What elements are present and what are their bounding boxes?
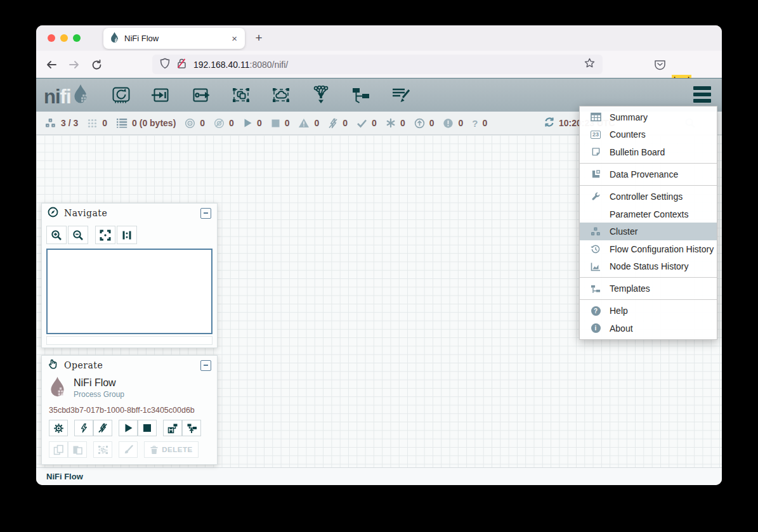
brush-icon bbox=[123, 444, 134, 455]
insecure-lock-icon[interactable] bbox=[176, 58, 187, 72]
check-icon bbox=[356, 119, 367, 128]
not-transmitting-stat: 0 bbox=[214, 118, 234, 129]
breadcrumb: NiFi Flow bbox=[36, 467, 722, 485]
global-menu: Summary 23 Counters Bulletin Board Data … bbox=[579, 106, 717, 340]
logo-text-fi: fi bbox=[60, 88, 71, 107]
compass-icon bbox=[48, 207, 58, 220]
provenance-icon bbox=[589, 169, 603, 179]
url-bar[interactable]: 192.168.40.11:8080/nifi/ bbox=[152, 55, 603, 74]
forward-button[interactable] bbox=[67, 58, 81, 72]
menu-item-flow-configuration-history[interactable]: Flow Configuration History bbox=[580, 240, 717, 258]
refresh-icon[interactable] bbox=[544, 117, 555, 130]
cluster-icon bbox=[44, 118, 56, 129]
up-to-date-stat: 0 bbox=[356, 118, 377, 128]
upload-template-icon bbox=[186, 423, 197, 434]
remote-process-group-component-icon[interactable] bbox=[271, 86, 291, 105]
birdseye-brush[interactable] bbox=[46, 336, 212, 345]
operate-buttons-row2: DELETE bbox=[49, 441, 210, 458]
asterisk-icon bbox=[386, 118, 396, 128]
bookmark-star-icon[interactable] bbox=[584, 58, 595, 71]
menu-divider bbox=[580, 299, 717, 300]
close-window-button[interactable] bbox=[48, 34, 55, 42]
tab-favicon-nifi-drop-icon bbox=[110, 32, 119, 46]
template-component-icon[interactable] bbox=[351, 86, 370, 105]
output-port-component-icon[interactable] bbox=[192, 86, 211, 105]
input-port-component-icon[interactable] bbox=[152, 86, 171, 105]
logo-drop-icon bbox=[72, 84, 89, 107]
copy-button[interactable] bbox=[49, 441, 68, 458]
queued-stat: 0 (0 bytes) bbox=[116, 118, 176, 128]
funnel-component-icon[interactable] bbox=[311, 86, 330, 105]
tab-bar: NiFi Flow × + bbox=[36, 25, 722, 51]
back-button[interactable] bbox=[44, 58, 58, 72]
invalid-icon bbox=[298, 118, 310, 128]
sync-failure-stat: ? 0 bbox=[472, 118, 487, 129]
upload-template-button[interactable] bbox=[182, 420, 201, 436]
zoom-window-button[interactable] bbox=[73, 34, 81, 42]
delete-button[interactable]: DELETE bbox=[144, 441, 199, 458]
global-menu-button[interactable] bbox=[693, 86, 711, 103]
locally-modified-stale-stat: 0 bbox=[443, 118, 463, 129]
connected-nodes-stat: 3 / 3 bbox=[44, 118, 78, 129]
paste-button[interactable] bbox=[68, 441, 87, 458]
menu-item-cluster[interactable]: Cluster bbox=[580, 223, 717, 240]
birdseye-minimap[interactable] bbox=[46, 249, 212, 334]
template-icon bbox=[589, 284, 603, 294]
tab-close-icon[interactable]: × bbox=[230, 33, 239, 44]
menu-item-summary[interactable]: Summary bbox=[580, 108, 717, 126]
menu-item-help[interactable]: ? Help bbox=[580, 302, 717, 320]
new-tab-button[interactable]: + bbox=[251, 30, 267, 46]
menu-item-counters[interactable]: 23 Counters bbox=[580, 126, 717, 144]
operate-header: Operate bbox=[42, 356, 217, 375]
menu-item-parameter-contexts[interactable]: Parameter Contexts bbox=[580, 205, 717, 223]
zoom-actual-size-button[interactable] bbox=[117, 226, 137, 244]
breadcrumb-root-link[interactable]: NiFi Flow bbox=[46, 472, 83, 481]
operate-buttons-row1 bbox=[49, 420, 210, 436]
area-chart-icon bbox=[589, 262, 603, 271]
navigate-header: Navigate bbox=[42, 204, 217, 223]
menu-item-about[interactable]: i About bbox=[580, 320, 717, 337]
minimize-window-button[interactable] bbox=[60, 34, 68, 42]
process-group-component-icon[interactable] bbox=[232, 86, 251, 105]
start-button[interactable] bbox=[119, 420, 138, 436]
menu-item-data-provenance[interactable]: Data Provenance bbox=[580, 165, 717, 183]
disable-button[interactable] bbox=[93, 420, 112, 436]
menu-item-controller-settings[interactable]: Controller Settings bbox=[580, 188, 717, 205]
zoom-in-button[interactable] bbox=[46, 226, 67, 244]
save-template-button[interactable] bbox=[163, 420, 182, 436]
info-icon: i bbox=[589, 323, 603, 333]
group-button[interactable] bbox=[93, 441, 112, 458]
nifi-logo: nifi bbox=[44, 84, 89, 107]
selection-type: Process Group bbox=[74, 390, 124, 399]
exclamation-circle-icon bbox=[443, 118, 454, 129]
cluster-cubes-icon bbox=[589, 227, 603, 237]
menu-item-node-status-history[interactable]: Node Status History bbox=[580, 258, 717, 276]
color-brush-button[interactable] bbox=[119, 441, 138, 458]
zoom-fit-button[interactable] bbox=[95, 226, 115, 244]
processor-component-icon[interactable] bbox=[112, 86, 131, 105]
navigate-title: Navigate bbox=[64, 208, 195, 218]
reload-button[interactable] bbox=[89, 58, 103, 72]
operate-body: NiFi Flow Process Group 35cbd3b7-017b-10… bbox=[42, 375, 217, 458]
trash-icon bbox=[150, 445, 159, 455]
menu-item-templates[interactable]: Templates bbox=[580, 280, 717, 297]
disabled-icon bbox=[328, 118, 338, 129]
collapse-operate-button[interactable] bbox=[200, 360, 211, 371]
enable-button[interactable] bbox=[74, 420, 93, 436]
navigate-panel: Navigate bbox=[41, 203, 218, 348]
collapse-navigate-button[interactable] bbox=[200, 208, 211, 219]
operate-panel: Operate NiFi Flow Process Group 35cbd3b7… bbox=[41, 355, 218, 465]
configure-button[interactable] bbox=[49, 420, 68, 436]
arrow-up-circle-icon bbox=[414, 118, 425, 129]
operate-title: Operate bbox=[64, 360, 195, 370]
question-icon: ? bbox=[472, 118, 478, 129]
tracking-shield-icon[interactable] bbox=[160, 58, 170, 72]
browser-tab[interactable]: NiFi Flow × bbox=[103, 28, 245, 49]
url-host: 192.168.40.11 bbox=[193, 60, 250, 70]
pocket-icon[interactable] bbox=[653, 58, 667, 72]
menu-item-bulletin-board[interactable]: Bulletin Board bbox=[580, 143, 717, 161]
zoom-out-button[interactable] bbox=[68, 226, 88, 244]
process-group-drop-icon bbox=[49, 376, 66, 400]
label-component-icon[interactable] bbox=[391, 86, 410, 105]
stop-button[interactable] bbox=[138, 420, 157, 436]
